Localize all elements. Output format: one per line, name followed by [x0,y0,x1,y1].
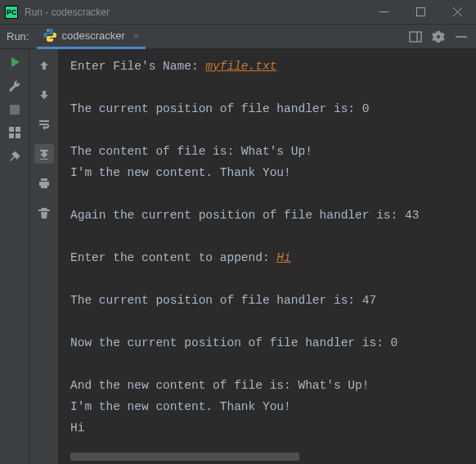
svg-rect-13 [16,133,20,138]
horizontal-scrollbar[interactable] [70,453,299,461]
main-area: Enter File's Name: myfile.txt The curren… [0,49,476,464]
gear-icon[interactable] [432,30,445,43]
svg-point-4 [47,29,49,31]
console-line [70,268,476,290]
svg-rect-1 [417,8,425,16]
titlebar: PC Run - codescracker [0,0,476,25]
console-output[interactable]: Enter File's Name: myfile.txt The curren… [59,49,476,464]
console-line: And the new content of file is: What's U… [70,375,476,396]
pycharm-icon: PC [5,6,18,19]
svg-rect-12 [9,133,14,138]
wrench-icon[interactable] [8,80,21,93]
run-icon[interactable] [8,56,21,69]
left-gutter [0,49,29,464]
svg-rect-10 [9,127,14,132]
svg-point-5 [52,39,53,41]
run-tab-codescracker[interactable]: codescracker × [37,25,146,49]
mid-gutter [29,49,59,464]
console-line [70,226,476,247]
window-title: Run - codescracker [25,7,110,18]
trash-icon[interactable] [34,203,54,223]
hide-icon[interactable] [455,30,468,43]
run-toolbar: Run: codescracker × [0,25,476,49]
scroll-to-end-icon[interactable] [34,144,54,164]
console-line: Enter the content to append: Hi [70,247,476,268]
console-line: Again the current position of file handl… [70,205,476,226]
arrow-down-icon[interactable] [34,85,54,105]
print-icon[interactable] [34,173,54,193]
close-button[interactable] [439,0,476,25]
layout-icon[interactable] [409,30,422,43]
console-line: Now the current position of file handler… [70,332,476,354]
minimize-button[interactable] [366,0,402,25]
console-line: Enter File's Name: myfile.txt [70,56,476,77]
console-line [70,77,476,98]
layout-boxes-icon[interactable] [8,126,21,139]
python-icon [43,29,56,42]
console-line: Hi [70,417,476,439]
svg-rect-11 [16,127,20,132]
stop-icon[interactable] [10,105,20,115]
console-line: The current position of file handler is:… [70,290,476,311]
console-line [70,119,476,141]
console-line: I'm the new content. Thank You! [70,396,476,417]
console-line: I'm the new content. Thank You! [70,162,476,183]
arrow-up-icon[interactable] [34,56,54,75]
console-line [70,311,476,332]
run-label: Run: [7,30,29,43]
console-line [70,183,476,205]
console-line: The content of file is: What's Up! [70,141,476,162]
wrap-icon[interactable] [34,115,54,134]
console-line: The current position of file handler is:… [70,98,476,119]
close-tab-icon[interactable]: × [133,29,140,42]
maximize-button[interactable] [402,0,439,25]
svg-rect-6 [410,32,421,42]
tab-label: codescracker [61,29,124,42]
svg-point-8 [437,35,440,38]
pin-icon[interactable] [8,151,21,164]
console-line [70,354,476,375]
